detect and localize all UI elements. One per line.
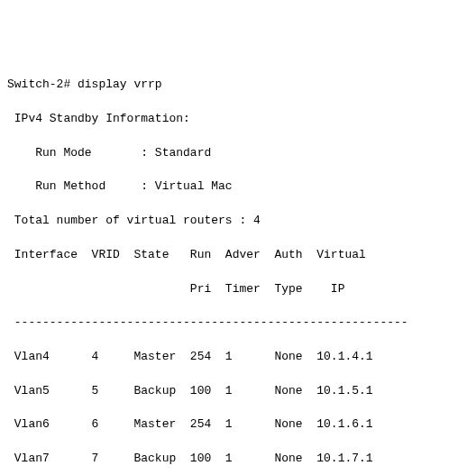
cli-prompt-line: Switch-2# display vrrp: [7, 77, 469, 94]
section-header: IPv4 Standby Information:: [7, 111, 469, 128]
table-row: Vlan6 6 Master 254 1 None 10.1.6.1: [7, 416, 469, 434]
table-header-line-2: Pri Timer Type IP: [7, 281, 469, 298]
table-divider: ----------------------------------------…: [7, 315, 469, 332]
run-method-line: Run Method : Virtual Mac: [7, 178, 469, 196]
table-row: Vlan4 4 Master 254 1 None 10.1.4.1: [7, 349, 469, 366]
table-row: Vlan5 5 Backup 100 1 None 10.1.5.1: [7, 383, 469, 400]
run-mode-line: Run Mode : Standard: [7, 145, 469, 162]
table-row: Vlan7 7 Backup 100 1 None 10.1.7.1: [7, 451, 469, 468]
table-header-line-1: Interface VRID State Run Adver Auth Virt…: [7, 247, 469, 264]
total-routers-line: Total number of virtual routers : 4: [7, 213, 469, 230]
